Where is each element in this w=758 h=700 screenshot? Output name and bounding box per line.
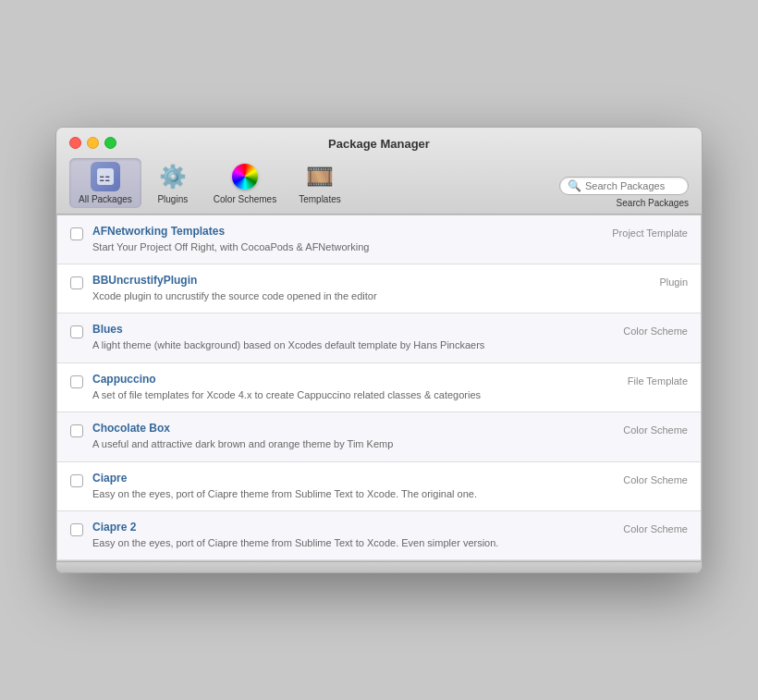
- package-name-cappuccino: Cappuccino: [92, 373, 595, 386]
- checkbox-chocolate-box[interactable]: [70, 424, 83, 437]
- table-row: Ciapre 2 Easy on the eyes, port of Ciapr…: [57, 511, 701, 560]
- titlebar: Package Manager All Packages ⚙️ Plugins: [56, 128, 702, 215]
- package-name-afnetworking: AFNetworking Templates: [92, 225, 595, 238]
- checkbox-afnetworking[interactable]: [70, 227, 83, 240]
- maximize-button[interactable]: [104, 137, 116, 149]
- templates-label: Templates: [299, 194, 341, 204]
- package-info-cappuccino: Cappuccino A set of file templates for X…: [92, 373, 595, 402]
- table-row: Chocolate Box A useful and attractive da…: [57, 412, 701, 461]
- all-packages-label: All Packages: [79, 194, 132, 204]
- package-name-blues: Blues: [92, 323, 595, 336]
- checkbox-bbuncrustify[interactable]: [70, 276, 83, 289]
- search-wrapper: 🔍: [559, 177, 689, 195]
- checkbox-cappuccino[interactable]: [70, 375, 83, 388]
- package-desc-ciapre2: Easy on the eyes, port of Ciapre theme f…: [92, 536, 595, 550]
- plugins-label: Plugins: [157, 194, 188, 204]
- package-name-ciapre: Ciapre: [92, 472, 595, 485]
- table-row: Cappuccino A set of file templates for X…: [57, 363, 701, 412]
- package-name-chocolate-box: Chocolate Box: [92, 422, 595, 435]
- tab-color-schemes[interactable]: Color Schemes: [204, 158, 286, 208]
- package-info-afnetworking: AFNetworking Templates Start Your Projec…: [92, 225, 595, 254]
- search-label: Search Packages: [617, 198, 689, 208]
- titlebar-top: Package Manager: [69, 137, 689, 151]
- package-type-blues: Color Scheme: [595, 323, 688, 337]
- close-button[interactable]: [69, 137, 81, 149]
- package-type-ciapre2: Color Scheme: [595, 521, 688, 534]
- package-desc-blues: A light theme (white background) based o…: [92, 338, 595, 352]
- package-desc-cappuccino: A set of file templates for Xcode 4.x to…: [92, 388, 595, 402]
- package-type-ciapre: Color Scheme: [595, 472, 688, 485]
- package-type-chocolate-box: Color Scheme: [595, 422, 688, 436]
- tab-plugins[interactable]: ⚙️ Plugins: [145, 158, 201, 208]
- window-bottom-bar: [56, 561, 702, 572]
- package-info-blues: Blues A light theme (white background) b…: [92, 323, 595, 352]
- window-title: Package Manager: [328, 137, 430, 151]
- package-info-ciapre: Ciapre Easy on the eyes, port of Ciapre …: [92, 472, 595, 501]
- package-info-chocolate-box: Chocolate Box A useful and attractive da…: [92, 422, 595, 451]
- package-info-ciapre2: Ciapre 2 Easy on the eyes, port of Ciapr…: [92, 521, 595, 550]
- package-desc-chocolate-box: A useful and attractive dark brown and o…: [92, 437, 595, 451]
- package-desc-ciapre: Easy on the eyes, port of Ciapre theme f…: [92, 487, 595, 501]
- minimize-button[interactable]: [87, 137, 99, 149]
- package-list: AFNetworking Templates Start Your Projec…: [56, 215, 702, 562]
- checkbox-blues[interactable]: [70, 325, 83, 338]
- tab-templates[interactable]: 🎞️ Templates: [289, 158, 350, 208]
- search-area: 🔍 Search Packages: [559, 177, 689, 208]
- table-row: AFNetworking Templates Start Your Projec…: [57, 215, 701, 264]
- tab-all-packages[interactable]: All Packages: [69, 158, 141, 208]
- package-desc-afnetworking: Start Your Project Off Right, with Cocoa…: [92, 240, 595, 254]
- all-packages-icon: [91, 162, 120, 191]
- toolbar-left: All Packages ⚙️ Plugins Color Schemes: [69, 158, 350, 208]
- toolbar: All Packages ⚙️ Plugins Color Schemes: [69, 158, 689, 214]
- window-controls: [69, 137, 116, 149]
- search-input[interactable]: [585, 180, 680, 191]
- package-desc-bbuncrustify: Xcode plugin to uncrustify the source co…: [92, 289, 595, 303]
- table-row: Blues A light theme (white background) b…: [57, 313, 701, 362]
- color-schemes-label: Color Schemes: [214, 194, 276, 204]
- package-type-bbuncrustify: Plugin: [595, 274, 688, 288]
- plugins-icon: ⚙️: [158, 162, 188, 191]
- package-manager-window: Package Manager All Packages ⚙️ Plugins: [55, 127, 703, 574]
- package-info-bbuncrustify: BBUncrustifyPlugin Xcode plugin to uncru…: [92, 274, 595, 303]
- search-icon: 🔍: [568, 179, 581, 192]
- package-name-ciapre2: Ciapre 2: [92, 521, 595, 534]
- checkbox-ciapre2[interactable]: [70, 523, 83, 536]
- color-schemes-icon: [230, 162, 260, 191]
- checkbox-ciapre[interactable]: [70, 474, 83, 487]
- package-name-bbuncrustify: BBUncrustifyPlugin: [92, 274, 595, 287]
- table-row: Ciapre Easy on the eyes, port of Ciapre …: [57, 462, 701, 511]
- package-type-cappuccino: File Template: [595, 373, 688, 387]
- table-row: BBUncrustifyPlugin Xcode plugin to uncru…: [57, 264, 701, 313]
- package-type-afnetworking: Project Template: [595, 225, 688, 239]
- templates-icon: 🎞️: [305, 162, 335, 191]
